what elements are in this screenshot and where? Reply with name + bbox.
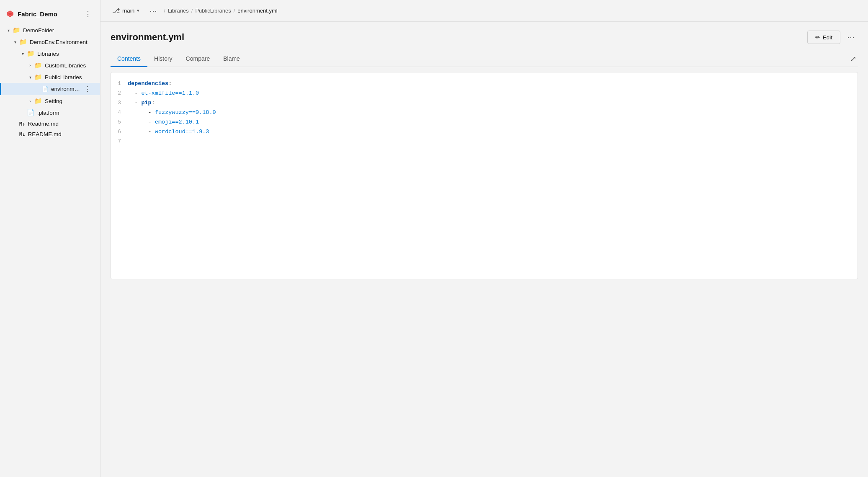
branch-icon: ⎇ [112,7,120,15]
tree-item-setting[interactable]: ›📁Setting [0,95,100,107]
app-title-area: Fabric_Demo [6,10,57,18]
chevron-icon: ▾ [18,52,27,56]
tab-compare[interactable]: Compare [179,51,217,67]
code-line: 2 - et-xmlfile==1.1.0 [111,89,858,98]
tree-item-demoenv[interactable]: ▾📁DemoEnv.Environment [0,36,100,48]
tree-item-label: CustomLibraries [45,62,94,69]
app-title: Fabric_Demo [18,10,57,18]
code-panel: 1dependencies:2 - et-xmlfile==1.1.03 - p… [111,72,858,279]
line-code: - wordcloud==1.9.3 [128,127,858,137]
chevron-icon: ▾ [11,40,19,44]
folder-icon: 📁 [34,62,42,69]
tab-history[interactable]: History [147,51,179,67]
tree-item-environment-yml[interactable]: 📄environment.yml⋮ [0,83,100,95]
edit-label: Edit [823,34,832,41]
edit-button[interactable]: ✏ Edit [807,31,840,44]
file-actions: ✏ Edit ⋯ [807,30,858,44]
tree-item-demo-folder[interactable]: ▾📁DemoFolder [0,24,100,36]
line-number: 4 [111,108,128,117]
tab-blame[interactable]: Blame [216,51,247,67]
tree-item-custom-libraries[interactable]: ›📁CustomLibraries [0,59,100,71]
sidebar: Fabric_Demo ⋮ ▾📁DemoFolder▾📁DemoEnv.Envi… [0,0,100,477]
breadcrumb-libraries[interactable]: Libraries [168,8,189,14]
chevron-icon: ▾ [26,75,34,80]
line-number: 7 [111,137,128,146]
tree-item-platform[interactable]: 📄.platform [0,107,100,119]
file-header: environment.yml ✏ Edit ⋯ [111,30,858,44]
branch-chevron-icon: ▾ [137,8,139,13]
folder-icon: 📁 [13,26,21,34]
folder-icon: 📁 [19,38,27,46]
file-tree: ▾📁DemoFolder▾📁DemoEnv.Environment▾📁Libra… [0,24,100,139]
tree-item-readme-md[interactable]: M↓Readme.md [0,119,100,129]
breadcrumb: / Libraries / PublicLibraries / environm… [164,8,277,14]
line-code: - pip: [128,98,858,108]
tree-item-label: DemoEnv.Environment [30,39,94,45]
chevron-icon: ▾ [4,28,13,33]
yml-icon: 📄 [42,86,49,92]
code-line: 1dependencies: [111,79,858,89]
code-line: 3 - pip: [111,98,858,108]
tree-item-libraries[interactable]: ▾📁Libraries [0,48,100,59]
chevron-icon: › [26,99,34,103]
sidebar-more-icon[interactable]: ⋮ [82,8,94,20]
md-icon: M↓ [19,121,25,127]
tree-item-label: .platform [37,110,94,116]
file-title: environment.yml [111,32,184,43]
sidebar-header: Fabric_Demo ⋮ [0,3,100,24]
tree-item-label: Libraries [37,51,94,57]
content-area: environment.yml ✏ Edit ⋯ Contents Histor… [100,22,868,477]
line-number: 6 [111,127,128,137]
tree-item-label: Readme.md [28,121,94,127]
breadcrumb-public-libraries[interactable]: PublicLibraries [195,8,231,14]
code-line: 6 - wordcloud==1.9.3 [111,127,858,137]
line-code: - emoji==2.10.1 [128,118,858,127]
chevron-icon: › [26,63,34,68]
line-code: dependencies: [128,79,858,89]
folder-icon: 📁 [34,97,42,105]
branch-name: main [122,8,134,14]
fabric-logo-icon [6,10,14,18]
topbar: ⎇ main ▾ ⋯ / Libraries / PublicLibraries… [100,0,868,22]
breadcrumb-sep-2: / [191,8,193,14]
line-code [128,137,858,147]
line-number: 2 [111,89,128,98]
expand-icon[interactable]: ⤢ [848,52,858,66]
code-line: 5 - emoji==2.10.1 [111,118,858,127]
breadcrumb-current: environment.yml [237,8,277,14]
line-number: 3 [111,98,128,108]
folder-icon: 📁 [27,50,35,57]
line-number: 1 [111,79,128,88]
tab-contents[interactable]: Contents [111,51,147,67]
line-number: 5 [111,118,128,127]
file-more-icon[interactable]: ⋯ [844,30,858,44]
code-line: 4 - fuzzywuzzy==0.18.0 [111,108,858,118]
tree-item-label: environment.yml [51,86,81,92]
tabs: Contents History Compare Blame [111,51,848,67]
code-line: 7 [111,137,858,147]
tree-item-label: Setting [45,98,94,104]
line-code: - fuzzywuzzy==0.18.0 [128,108,858,118]
tree-item-label: README.md [28,131,94,137]
tree-item-readme-md-upper[interactable]: M↓README.md [0,129,100,139]
code-content: 1dependencies:2 - et-xmlfile==1.1.03 - p… [111,72,858,279]
tree-item-public-libraries[interactable]: ▾📁PublicLibraries [0,71,100,83]
edit-pencil-icon: ✏ [815,34,820,41]
main-content: ⎇ main ▾ ⋯ / Libraries / PublicLibraries… [100,0,868,477]
md-icon: M↓ [19,131,25,137]
file-icon: 📄 [27,109,35,116]
tree-item-label: PublicLibraries [45,74,94,80]
tabs-row: Contents History Compare Blame ⤢ [111,51,858,67]
topbar-more-icon[interactable]: ⋯ [146,5,160,17]
tree-item-more-icon[interactable]: ⋮ [81,85,94,93]
branch-selector[interactable]: ⎇ main ▾ [109,5,143,16]
breadcrumb-sep-3: / [234,8,235,14]
folder-icon: 📁 [34,73,42,81]
breadcrumb-sep-1: / [164,8,165,14]
line-code: - et-xmlfile==1.1.0 [128,89,858,98]
tree-item-label: DemoFolder [23,27,94,34]
